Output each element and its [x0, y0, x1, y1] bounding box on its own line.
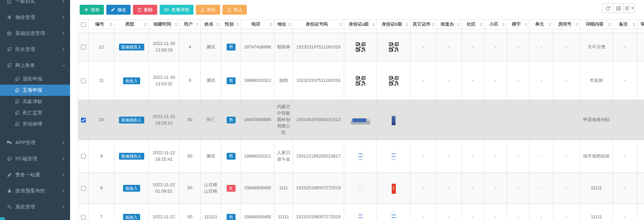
cell: 11111 [274, 204, 293, 220]
column-header-idb[interactable]: 身份证b面 [377, 20, 411, 29]
delete-button[interactable]: 删除 [133, 5, 157, 15]
id-card-b-thumbnail[interactable] [391, 152, 397, 161]
id-card-a-photo-thumbnail[interactable] [351, 116, 370, 124]
cell-name: 山豆根山豆根 [204, 182, 217, 194]
column-label: 房间号 [558, 21, 572, 28]
cell [78, 140, 89, 173]
gavel-icon [6, 172, 12, 177]
table-row[interactable]: 11低收入2022-11-30 13:53:320测试男18666333322放… [78, 62, 644, 100]
id-card-a-qr-thumbnail[interactable] [356, 44, 365, 49]
column-label: 详细内容 [586, 21, 604, 28]
sort-carets-icon [633, 23, 635, 26]
column-header-district[interactable]: 小区 [484, 20, 507, 29]
column-header-room[interactable]: 房间号 [553, 20, 580, 29]
cell-district: - [495, 214, 496, 219]
cell-district: - [495, 117, 496, 122]
cell: - [484, 62, 507, 100]
edit-button[interactable]: 修改 [106, 5, 131, 15]
column-header-remark[interactable]: 备注 [613, 20, 638, 29]
import-button[interactable]: 导入 [223, 5, 247, 15]
trash-icon [137, 8, 142, 12]
column-header-id[interactable]: 编号 [89, 20, 115, 29]
export-button[interactable]: 导出 [196, 5, 220, 15]
cell [377, 100, 411, 140]
cell-id: 8 [100, 185, 103, 190]
cell-created: 2022-11-22 [153, 214, 175, 219]
id-card-a-thumbnail[interactable] [358, 182, 363, 194]
id-card-a-thumbnail[interactable] [358, 152, 363, 161]
table-row[interactable]: 8低收入2022-11-22 01:09:5250山豆根山豆根女15848936… [78, 173, 644, 204]
column-header-unit[interactable]: 单元 [529, 20, 553, 29]
column-header-select [78, 20, 89, 29]
id-card-b-thumbnail[interactable] [392, 182, 396, 194]
list-icon [625, 6, 630, 11]
cell: - [553, 100, 580, 140]
id-card-b-thumbnail[interactable] [391, 213, 397, 220]
cell-detail: 申请免税补贴 [583, 117, 610, 122]
select-all-checkbox[interactable] [81, 22, 86, 27]
row-checkbox[interactable] [81, 215, 86, 220]
row-checkbox[interactable] [81, 45, 86, 49]
sidebar-item-laodong-baozhang[interactable]: 劳动保障 [0, 118, 70, 130]
row-checkbox[interactable] [81, 154, 86, 159]
cell-community: - [472, 117, 473, 122]
id-card-a-qr-thumbnail[interactable] [356, 78, 365, 83]
column-header-street[interactable]: 街道办 [437, 20, 462, 29]
column-header-detail[interactable]: 详细内容 [580, 20, 613, 29]
upload-icon [227, 8, 231, 12]
sidebar-item-gaoling-jintie[interactable]: 高龄津贴 [0, 96, 70, 107]
type-badge: 困难残疾人 [119, 117, 144, 123]
table-row[interactable]: 9困难残疾人2022-11-22 18:25:4150测试男1866653332… [78, 140, 644, 173]
sidebar-item-jingwu-yizhantong[interactable]: 警务一站通 [0, 167, 70, 183]
button-label: 修改 [117, 7, 126, 13]
column-label: 单元 [535, 21, 544, 28]
row-checkbox[interactable] [81, 118, 86, 122]
sidebar-item-yibiaosishi[interactable]: 一标四实 [0, 0, 70, 9]
sidebar-item-jumin-shenbao[interactable]: 居民申报 [0, 73, 70, 85]
sidebar-item-yiqing-yuan-bukong[interactable]: 疫情预案布控 [0, 183, 70, 199]
column-header-type[interactable]: 类型 [115, 20, 149, 29]
add-button[interactable]: 添加 [80, 5, 104, 15]
id-card-a-thumbnail[interactable] [358, 213, 363, 220]
column-header-gender[interactable]: 性别 [221, 20, 241, 29]
column-header-community[interactable]: 社区 [462, 20, 484, 29]
column-header-address[interactable]: 地址 [274, 20, 293, 29]
id-card-b-thumbnail[interactable] [392, 115, 395, 125]
refresh-button[interactable] [602, 3, 613, 13]
table-row[interactable]: 12困难残疾人2022-11-30 13:58:294测试男1874743889… [78, 33, 644, 62]
cell-user: 50 [187, 117, 192, 122]
column-header-idnum[interactable]: 身份证号码 [293, 20, 344, 29]
column-header-created[interactable]: 创建时间 [149, 20, 179, 29]
sidebar-menu: 一标四实 物业管理 基础信息管理 民生管理 网上政务 居民申报 五项申报 高龄津… [0, 0, 70, 215]
sidebar-item-wangshang-zhengwu[interactable]: 网上政务 [0, 57, 70, 73]
column-header-name[interactable]: 姓名 [201, 20, 221, 29]
column-header-other[interactable]: 其它证件 [411, 20, 437, 29]
table-row[interactable]: 7低收入2022-11-2250111111男15848936485111111… [78, 204, 644, 220]
row-checkbox[interactable] [81, 186, 86, 191]
cell: - [462, 33, 484, 62]
sidebar-item-pc-duan-guanli[interactable]: PC端管理 [0, 151, 70, 167]
column-label: 编号 [95, 21, 104, 28]
sidebar-item-minsheng-guanli[interactable]: 民生管理 [0, 41, 70, 57]
column-header-ida[interactable]: 身份证a面 [344, 20, 377, 29]
row-checkbox[interactable] [81, 78, 86, 83]
column-header-user[interactable]: 用户 [179, 20, 201, 29]
gender-badge: 男 [227, 44, 236, 50]
column-header-phone[interactable]: 电话 [241, 20, 274, 29]
column-label: 身份证号码 [306, 21, 328, 28]
cell: - [507, 33, 529, 62]
id-card-b-qr-thumbnail[interactable] [389, 44, 399, 49]
sidebar-item-wuye-guanli[interactable]: 物业管理 [0, 9, 70, 25]
columns-button[interactable] [623, 3, 634, 13]
sidebar-item-wuxiang-shenbao[interactable]: 五项申报 [0, 85, 70, 96]
sidebar-item-xitong-guanli[interactable]: 系统管理 [0, 199, 70, 215]
view-details-button[interactable]: 查看详情 [160, 5, 193, 15]
cell: - [529, 204, 553, 220]
toggle-view-button[interactable] [613, 3, 624, 13]
sidebar-item-app-guanli[interactable]: APP管理 [0, 135, 70, 151]
column-header-building[interactable]: 楼宇 [507, 20, 529, 29]
table-row[interactable]: 10困难残疾人2022-11-22 18:29:1050张三男180478569… [78, 100, 644, 140]
sidebar-item-jichu-xinxi-guanli[interactable]: 基础信息管理 [0, 25, 70, 41]
sidebar-item-siwang-jianguan[interactable]: 死亡监管 [0, 107, 70, 118]
id-card-b-qr-thumbnail[interactable] [389, 78, 399, 83]
